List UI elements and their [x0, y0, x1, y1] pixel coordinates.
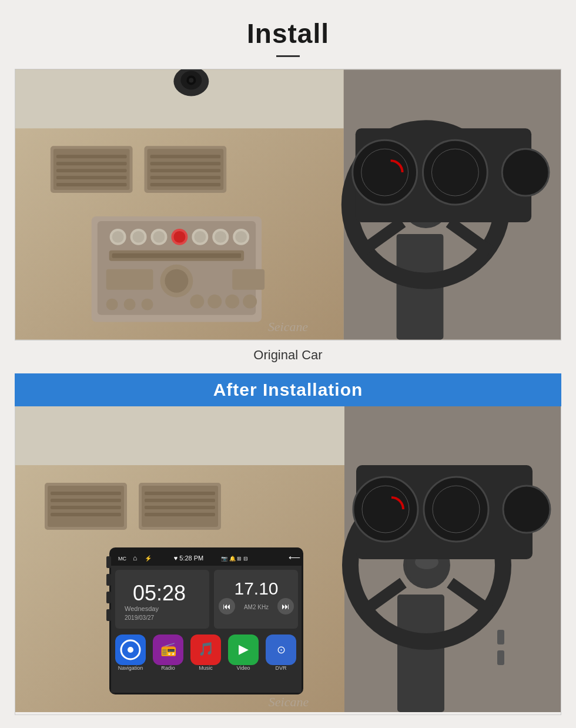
- svg-point-62: [502, 149, 549, 196]
- svg-rect-138: [497, 650, 504, 665]
- svg-text:Radio: Radio: [161, 665, 175, 671]
- svg-text:DVR: DVR: [275, 665, 287, 671]
- svg-point-44: [124, 299, 136, 310]
- svg-text:⊙: ⊙: [277, 644, 286, 656]
- page-title: Install: [247, 18, 329, 49]
- svg-rect-42: [232, 269, 264, 290]
- svg-text:2019/03/27: 2019/03/27: [125, 615, 154, 621]
- svg-rect-38: [112, 253, 242, 258]
- svg-point-108: [128, 647, 133, 653]
- svg-rect-78: [145, 499, 215, 502]
- original-car-label: Original Car: [253, 348, 322, 363]
- svg-text:⚡: ⚡: [145, 555, 152, 562]
- svg-point-24: [112, 231, 124, 243]
- svg-point-30: [173, 231, 185, 243]
- svg-point-132: [353, 477, 418, 542]
- svg-point-48: [225, 295, 239, 309]
- svg-rect-86: [106, 609, 111, 621]
- svg-point-60: [353, 140, 417, 205]
- svg-rect-68: [15, 406, 344, 465]
- svg-text:05:28: 05:28: [133, 581, 186, 605]
- svg-point-61: [423, 140, 488, 205]
- after-install-label: After Installation: [213, 380, 363, 400]
- svg-text:⟵: ⟵: [289, 553, 300, 562]
- svg-rect-17: [150, 162, 221, 165]
- svg-rect-13: [56, 183, 127, 186]
- svg-point-133: [424, 477, 488, 542]
- svg-rect-10: [56, 162, 127, 165]
- svg-point-134: [503, 486, 550, 533]
- svg-point-47: [207, 295, 222, 309]
- svg-text:Navigation: Navigation: [118, 665, 143, 671]
- svg-rect-83: [106, 556, 111, 568]
- svg-rect-84: [106, 574, 111, 586]
- svg-rect-16: [150, 155, 221, 158]
- svg-rect-12: [56, 176, 127, 179]
- svg-rect-123: [397, 595, 444, 712]
- svg-rect-73: [51, 506, 121, 509]
- svg-rect-9: [56, 155, 127, 158]
- svg-point-49: [243, 295, 257, 309]
- svg-point-36: [235, 231, 247, 243]
- svg-rect-80: [145, 513, 215, 516]
- title-underline: [276, 55, 300, 57]
- svg-text:Seicane: Seicane: [268, 319, 308, 334]
- svg-point-45: [142, 299, 153, 310]
- svg-point-34: [215, 231, 226, 243]
- svg-rect-87: [111, 549, 302, 566]
- svg-text:Music: Music: [199, 665, 213, 671]
- svg-rect-20: [150, 183, 221, 186]
- svg-rect-85: [106, 592, 111, 603]
- svg-text:🎵: 🎵: [198, 641, 215, 657]
- svg-text:AM2   KHz: AM2 KHz: [244, 604, 269, 610]
- svg-text:Seicane: Seicane: [269, 694, 309, 709]
- svg-rect-77: [145, 492, 215, 495]
- svg-rect-18: [150, 169, 221, 172]
- svg-text:MC: MC: [118, 556, 126, 562]
- svg-text:♥ 5:28 PM: ♥ 5:28 PM: [174, 555, 204, 562]
- original-car-image: Seicane: [15, 69, 561, 340]
- after-install-image: MC ⌂ ⚡ ♥ 5:28 PM 📷 🔔 ⊞ ⊟ ⟵ 05:28 Wednesd…: [15, 406, 561, 715]
- svg-point-43: [106, 299, 118, 310]
- svg-rect-72: [51, 499, 121, 502]
- svg-rect-71: [51, 492, 121, 495]
- svg-point-26: [133, 231, 145, 243]
- svg-point-32: [194, 231, 206, 243]
- page-wrapper: Install: [0, 0, 576, 727]
- svg-rect-74: [51, 513, 121, 516]
- after-install-wrapper: After Installation: [15, 373, 561, 715]
- svg-text:17.10: 17.10: [234, 579, 278, 598]
- svg-rect-137: [497, 630, 504, 644]
- svg-text:⏭: ⏭: [282, 602, 290, 611]
- svg-point-6: [189, 78, 193, 82]
- svg-rect-19: [150, 176, 221, 179]
- svg-rect-79: [145, 506, 215, 509]
- after-install-banner: After Installation: [15, 373, 561, 406]
- svg-text:📷 🔔 ⊞ ⊟: 📷 🔔 ⊞ ⊟: [221, 555, 248, 562]
- svg-rect-11: [56, 169, 127, 172]
- svg-text:⌂: ⌂: [133, 554, 137, 562]
- svg-point-46: [190, 295, 204, 309]
- svg-point-28: [153, 231, 165, 243]
- svg-text:Video: Video: [237, 665, 250, 671]
- svg-rect-39: [106, 269, 153, 290]
- svg-point-41: [165, 269, 188, 293]
- svg-text:⏮: ⏮: [223, 602, 231, 611]
- svg-text:▶: ▶: [239, 642, 249, 656]
- svg-text:Wednesday: Wednesday: [125, 605, 159, 612]
- svg-text:📻: 📻: [160, 641, 177, 657]
